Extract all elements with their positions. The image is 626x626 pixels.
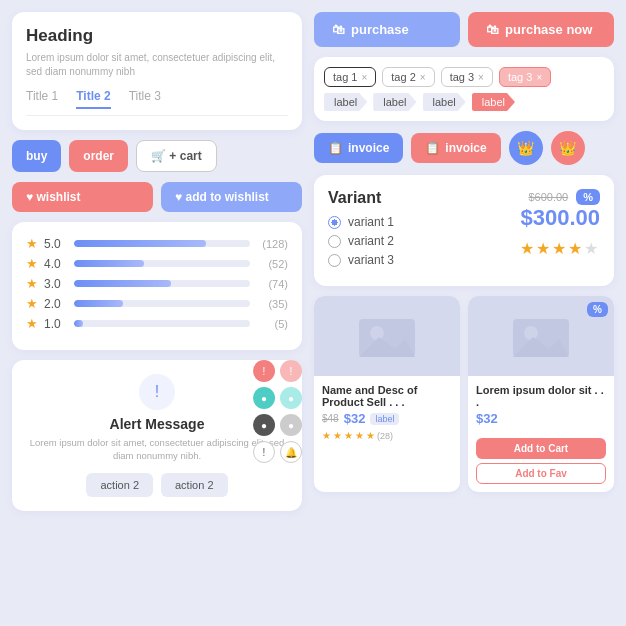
avatar-pink: 👑 [551,131,585,165]
tag-1[interactable]: tag 1 × [324,67,376,87]
star-icon-5: ★ [26,236,38,251]
dot-teal-light-circle: ● [280,387,302,409]
invoice-label-blue: invoice [348,141,389,155]
avatar-blue: 👑 [509,131,543,165]
label-arrow-1: label [324,93,367,111]
tag-3[interactable]: tag 3 × [441,67,493,87]
rating-label-1: 1.0 [44,317,68,331]
invoice-row: 📋 invoice 📋 invoice 👑 👑 [314,131,614,165]
product-new-price-2: $32 [476,411,498,426]
product-card-2: % Lorem ipsum dolor sit . . . $32 Add to… [468,296,614,492]
rating-bar-bg-5 [74,240,250,247]
tag-3-close-icon[interactable]: × [478,72,484,83]
tag-2-label: tag 2 [391,71,415,83]
star-2: ★ [536,239,550,258]
rating-bar-bg-1 [74,320,250,327]
wishlist-button[interactable]: ♥ wishlist [12,182,153,212]
cart-button[interactable]: 🛒 + cart [136,140,217,172]
product-new-price-1: $32 [344,411,366,426]
variant-label-2: variant 2 [348,234,394,248]
purchase-button[interactable]: 🛍 purchase [314,12,460,47]
tag-3b[interactable]: tag 3 × [499,67,551,87]
variant-price-old: $600.00 [528,191,568,203]
order-button[interactable]: order [69,140,128,172]
variant-content-row: Variant variant 1 variant 2 variant 3 $6… [328,189,600,272]
buy-button[interactable]: buy [12,140,61,172]
dot-teal-circle: ● [253,387,275,409]
add-to-fav-button[interactable]: Add to Fav [476,463,606,484]
dot-pink-exclaim: ! [280,360,302,382]
heading-card: Heading Lorem ipsum dolor sit amet, cons… [12,12,302,130]
purchase-now-label: purchase now [505,22,592,37]
product-name-1: Name and Desc of Product Sell . . . [322,384,452,408]
labels-row: label label label label [324,93,604,111]
bag-icon: 🛍 [332,22,345,37]
alert-action2-button[interactable]: action 2 [161,473,228,497]
rating-label-4: 4.0 [44,257,68,271]
alert-buttons: action 2 action 2 [86,473,227,497]
star-icon-3: ★ [26,276,38,291]
product-info-2: Lorem ipsum dolor sit . . . $32 [468,376,614,438]
percent-badge: % [576,189,600,205]
svg-point-4 [524,326,538,340]
tag-1-close-icon[interactable]: × [361,72,367,83]
rating-bar-fill-4 [74,260,144,267]
add-to-cart-button[interactable]: Add to Cart [476,438,606,459]
ps1: ★ [322,430,331,441]
svg-point-1 [370,326,384,340]
alert-title: Alert Message [110,416,205,432]
invoice-button-blue[interactable]: 📋 invoice [314,133,403,163]
ratings-card: ★ 5.0 (128) ★ 4.0 (52) ★ 3.0 (74) ★ 2.0 … [12,222,302,350]
rating-count-2: (35) [256,298,288,310]
rating-row-5: ★ 5.0 (128) [26,236,288,251]
invoice-button-pink[interactable]: 📋 invoice [411,133,500,163]
alert-action1-button[interactable]: action 2 [86,473,153,497]
variant-option-3[interactable]: variant 3 [328,253,394,267]
tag-3b-label: tag 3 [508,71,532,83]
rating-bar-bg-2 [74,300,250,307]
rating-label-3: 3.0 [44,277,68,291]
ps2: ★ [333,430,342,441]
variant-stars: ★ ★ ★ ★ ★ [520,239,600,258]
tag-3b-close-icon[interactable]: × [536,72,542,83]
tag-2-close-icon[interactable]: × [420,72,426,83]
tag-3-label: tag 3 [450,71,474,83]
ps4: ★ [355,430,364,441]
tab-title2[interactable]: Title 2 [76,89,110,109]
tag-2[interactable]: tag 2 × [382,67,434,87]
heading-title: Heading [26,26,288,46]
purchase-now-button[interactable]: 🛍 purchase now [468,12,614,47]
variant-option-2[interactable]: variant 2 [328,234,394,248]
purchase-label: purchase [351,22,409,37]
dot-dark-circle: ● [253,414,275,436]
variant-label-3: variant 3 [348,253,394,267]
invoice-label-pink: invoice [445,141,486,155]
star-5-empty: ★ [584,239,598,258]
alert-description: Lorem ipsum dolor sit amet, consectetuer… [26,436,288,463]
variant-radio-3[interactable] [328,254,341,267]
alert-exclaim-icon: ! [139,374,175,410]
product-percent-badge-2: % [587,302,608,317]
label-arrow-4-pink: label [472,93,515,111]
star-icon-2: ★ [26,296,38,311]
add-to-wishlist-button[interactable]: ♥ add to wishlist [161,182,302,212]
variant-option-1[interactable]: variant 1 [328,215,394,229]
rating-label-2: 2.0 [44,297,68,311]
tab-title1[interactable]: Title 1 [26,89,58,109]
rating-row-4: ★ 4.0 (52) [26,256,288,271]
action-buttons-row2: ♥ wishlist ♥ add to wishlist [12,182,302,212]
tab-title3[interactable]: Title 3 [129,89,161,109]
rating-bar-bg-4 [74,260,250,267]
rating-count-3: (74) [256,278,288,290]
ps3: ★ [344,430,353,441]
variant-radio-2[interactable] [328,235,341,248]
ps5: ★ [366,430,375,441]
dot-outline-exclaim: ! [253,441,275,463]
product-review-count-1: (28) [377,431,393,441]
product-image-1 [314,296,460,376]
alert-card: ! ! ● ● ● ● ! 🔔 ! Alert Message Lorem ip… [12,360,302,511]
rating-count-4: (52) [256,258,288,270]
rating-row-1: ★ 1.0 (5) [26,316,288,331]
action-buttons-row1: buy order 🛒 + cart [12,140,302,172]
variant-radio-1[interactable] [328,216,341,229]
